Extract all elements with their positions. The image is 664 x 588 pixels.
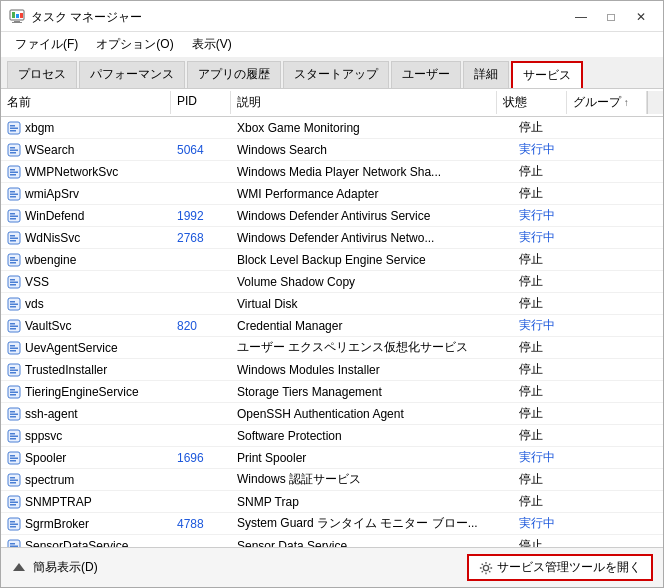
service-icon [7, 495, 21, 509]
cell-group [583, 337, 663, 358]
cell-pid: 4788 [171, 513, 231, 534]
cell-desc: WMI Performance Adapter [231, 183, 513, 204]
table-row[interactable]: wmiApSrv WMI Performance Adapter 停止 [1, 183, 663, 205]
svg-rect-48 [10, 347, 18, 349]
cell-desc: OpenSSH Authentication Agent [231, 403, 513, 424]
table-row[interactable]: spectrum Windows 認証サービス 停止 [1, 469, 663, 491]
table-row[interactable]: VSS Volume Shadow Copy 停止 [1, 271, 663, 293]
cell-group [583, 205, 663, 226]
cell-pid [171, 491, 231, 512]
table-row[interactable]: wbengine Block Level Backup Engine Servi… [1, 249, 663, 271]
svg-rect-24 [10, 215, 18, 217]
svg-rect-67 [10, 455, 15, 457]
tab-startup[interactable]: スタートアップ [283, 61, 389, 88]
svg-rect-45 [10, 328, 16, 330]
tab-users[interactable]: ユーザー [391, 61, 461, 88]
cell-name: wbengine [1, 249, 171, 270]
svg-rect-17 [10, 174, 16, 176]
svg-rect-23 [10, 213, 15, 215]
cell-pid: 1992 [171, 205, 231, 226]
table-row[interactable]: WdNisSvc 2768 Windows Defender Antivirus… [1, 227, 663, 249]
cell-desc: ユーザー エクスペリエンス仮想化サービス [231, 337, 513, 358]
svg-rect-77 [10, 504, 16, 506]
svg-rect-79 [10, 521, 15, 523]
close-button[interactable]: ✕ [627, 7, 655, 27]
tab-process[interactable]: プロセス [7, 61, 77, 88]
svg-rect-69 [10, 460, 16, 462]
svg-rect-27 [10, 235, 15, 237]
service-icon [7, 275, 21, 289]
cell-pid [171, 425, 231, 446]
svg-rect-29 [10, 240, 16, 242]
col-group[interactable]: グループ [567, 91, 647, 114]
title-bar-left: タスク マネージャー [9, 9, 142, 26]
svg-rect-53 [10, 372, 16, 374]
table-row[interactable]: Spooler 1696 Print Spooler 実行中 [1, 447, 663, 469]
svg-rect-57 [10, 394, 16, 396]
cell-desc: Windows 認証サービス [231, 469, 513, 490]
cell-pid: 820 [171, 315, 231, 336]
svg-rect-76 [10, 501, 18, 503]
table-row[interactable]: xbgm Xbox Game Monitoring 停止 [1, 117, 663, 139]
title-bar: タスク マネージャー — □ ✕ [1, 1, 663, 32]
svg-rect-51 [10, 367, 15, 369]
cell-status: 実行中 [513, 513, 583, 534]
col-status[interactable]: 状態 [497, 91, 567, 114]
svg-rect-68 [10, 457, 18, 459]
cell-name: ssh-agent [1, 403, 171, 424]
menu-view[interactable]: 表示(V) [184, 34, 240, 55]
tab-services[interactable]: サービス [511, 61, 583, 88]
tab-app-history[interactable]: アプリの履歴 [187, 61, 281, 88]
table-row[interactable]: UevAgentService ユーザー エクスペリエンス仮想化サービス 停止 [1, 337, 663, 359]
scrollbar-spacer [647, 91, 663, 114]
svg-rect-19 [10, 191, 15, 193]
table-row[interactable]: SNMPTRAP SNMP Trap 停止 [1, 491, 663, 513]
cell-pid [171, 117, 231, 138]
tab-bar: プロセス パフォーマンス アプリの履歴 スタートアップ ユーザー 詳細 サービス [1, 57, 663, 89]
menu-options[interactable]: オプション(O) [88, 34, 181, 55]
cell-name: WMPNetworkSvc [1, 161, 171, 182]
maximize-button[interactable]: □ [597, 7, 625, 27]
cell-name: TrustedInstaller [1, 359, 171, 380]
cell-group [583, 425, 663, 446]
menu-file[interactable]: ファイル(F) [7, 34, 86, 55]
svg-rect-9 [10, 130, 16, 132]
table-row[interactable]: SgrmBroker 4788 System Guard ランタイム モニター … [1, 513, 663, 535]
minimize-button[interactable]: — [567, 7, 595, 27]
cell-group [583, 293, 663, 314]
service-icon [7, 385, 21, 399]
table-row[interactable]: WinDefend 1992 Windows Defender Antiviru… [1, 205, 663, 227]
cell-desc: Software Protection [231, 425, 513, 446]
cell-status: 停止 [513, 381, 583, 402]
table-row[interactable]: vds Virtual Disk 停止 [1, 293, 663, 315]
cell-group [583, 469, 663, 490]
col-name[interactable]: 名前 [1, 91, 171, 114]
table-body: xbgm Xbox Game Monitoring 停止 WSearch 506… [1, 117, 663, 547]
svg-rect-65 [10, 438, 16, 440]
table-row[interactable]: sppsvc Software Protection 停止 [1, 425, 663, 447]
col-desc[interactable]: 説明 [231, 91, 497, 114]
cell-group [583, 315, 663, 336]
table-row[interactable]: WMPNetworkSvc Windows Media Player Netwo… [1, 161, 663, 183]
service-icon [7, 319, 21, 333]
table-row[interactable]: SensorDataService Sensor Data Service 停止 [1, 535, 663, 547]
tab-performance[interactable]: パフォーマンス [79, 61, 185, 88]
table-row[interactable]: TrustedInstaller Windows Modules Install… [1, 359, 663, 381]
cell-pid [171, 183, 231, 204]
simple-view-label[interactable]: 簡易表示(D) [33, 559, 98, 576]
service-icon [7, 451, 21, 465]
cell-desc: Credential Manager [231, 315, 513, 336]
cell-desc: Sensor Data Service [231, 535, 513, 547]
cell-pid [171, 381, 231, 402]
table-row[interactable]: TieringEngineService Storage Tiers Manag… [1, 381, 663, 403]
cell-desc: Print Spooler [231, 447, 513, 468]
service-icon [7, 165, 21, 179]
open-services-button[interactable]: サービス管理ツールを開く [467, 554, 653, 581]
table-row[interactable]: VaultSvc 820 Credential Manager 実行中 [1, 315, 663, 337]
col-pid[interactable]: PID [171, 91, 231, 114]
table-row[interactable]: WSearch 5064 Windows Search 実行中 [1, 139, 663, 161]
tab-details[interactable]: 詳細 [463, 61, 509, 88]
service-icon [7, 231, 21, 245]
table-row[interactable]: ssh-agent OpenSSH Authentication Agent 停… [1, 403, 663, 425]
svg-rect-1 [12, 12, 15, 18]
